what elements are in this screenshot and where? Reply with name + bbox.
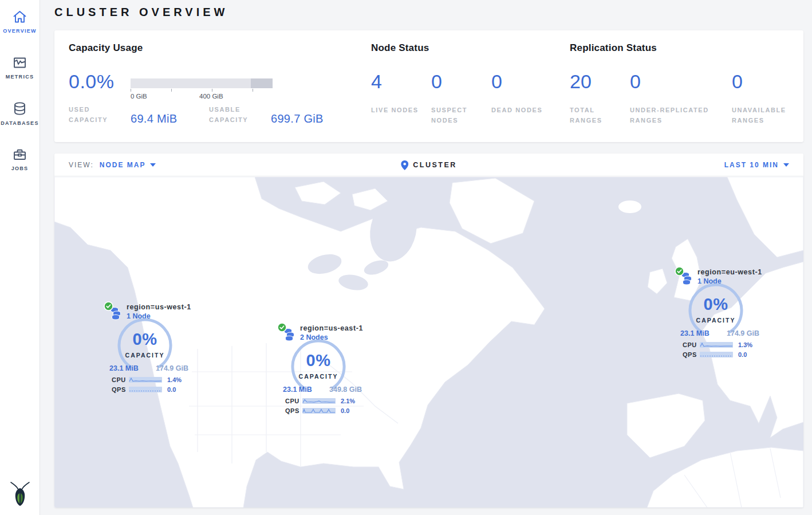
qps-sparkline <box>302 408 336 414</box>
cpu-value: 2.1% <box>341 398 355 404</box>
usable-capacity-value: 699.7 GiB <box>271 112 324 125</box>
qps-stat-row: QPS 0.0 <box>683 351 747 358</box>
sidebar-item-label: DATABASES <box>0 120 40 126</box>
sidebar: OVERVIEW METRICS DATABASES JOBS <box>0 0 40 515</box>
unavailable-ranges-label: UNAVAILABLE RANGES <box>732 105 795 125</box>
used-capacity-value: 69.4 MiB <box>131 112 209 125</box>
region-label: region=eu-west-1 <box>697 268 762 276</box>
node-status-section: Node Status 4 LIVE NODES 0 SUSPECT NODES… <box>371 30 560 142</box>
qps-label: QPS <box>683 351 700 358</box>
under-replicated-ranges-label: UNDER-REPLICATED RANGES <box>630 105 716 125</box>
region-marker-us-west-1[interactable]: region=us-west-1 1 Node 0% CAPACITY 23.1… <box>104 301 202 399</box>
cpu-value: 1.3% <box>738 341 752 348</box>
home-icon <box>12 10 27 24</box>
replication-status-section: Replication Status 20 TOTAL RANGES 0 UND… <box>570 30 799 142</box>
qps-sparkline <box>700 352 733 357</box>
total-ranges-value: 20 <box>570 70 630 93</box>
capacity-percent: 0.0% <box>69 70 115 93</box>
suspect-nodes-stat: 0 SUSPECT NODES <box>431 70 491 125</box>
capacity-gauge: 0% CAPACITY <box>684 283 747 336</box>
cpu-value: 1.4% <box>167 376 182 383</box>
live-nodes-label: LIVE NODES <box>371 105 425 116</box>
world-map: region=us-west-1 1 Node 0% CAPACITY 23.1… <box>54 177 803 508</box>
suspect-nodes-value: 0 <box>431 70 491 93</box>
capacity-usage-title: Capacity Usage <box>69 42 355 54</box>
sidebar-item-label: OVERVIEW <box>0 28 40 34</box>
capacity-total-value: 174.9 GiB <box>727 329 759 337</box>
sidebar-item-metrics[interactable]: METRICS <box>0 46 40 92</box>
gauge-percent: 0% <box>113 330 176 349</box>
caret-down-icon <box>783 163 789 167</box>
capacity-gauge: 0% CAPACITY <box>287 339 350 392</box>
gauge-capacity-label: CAPACITY <box>287 373 350 380</box>
capacity-bar-reserved-segment <box>251 78 273 88</box>
replication-status-title: Replication Status <box>570 42 799 54</box>
suspect-nodes-label: SUSPECT NODES <box>431 105 486 125</box>
qps-stat-row: QPS 0.0 <box>112 386 176 393</box>
under-replicated-ranges-stat: 0 UNDER-REPLICATED RANGES <box>630 70 732 125</box>
capacity-tick-0: 0 GiB <box>131 93 147 100</box>
region-marker-us-east-1[interactable]: region=us-east-1 2 Nodes 0% CAPACITY 23.… <box>277 323 376 420</box>
cluster-summary-card: Capacity Usage 0.0% 0 GiB 400 GiB US <box>54 30 803 142</box>
usable-capacity-label: USABLE CAPACITY <box>209 105 271 125</box>
view-dropdown[interactable]: VIEW: NODE MAP <box>69 154 156 176</box>
qps-value: 0.0 <box>341 407 349 414</box>
sidebar-item-jobs[interactable]: JOBS <box>0 137 40 183</box>
cpu-sparkline <box>700 342 733 348</box>
map-breadcrumb[interactable]: CLUSTER <box>401 154 457 176</box>
node-map-panel: VIEW: NODE MAP CLUSTER LAST 10 MIN <box>54 154 803 508</box>
cockroachdb-logo <box>9 481 31 509</box>
sidebar-item-label: JOBS <box>0 166 40 171</box>
live-nodes-value: 4 <box>371 70 431 93</box>
region-label: region=us-east-1 <box>300 324 363 332</box>
cpu-stat-row: CPU 1.4% <box>112 376 182 383</box>
sidebar-item-label: METRICS <box>0 74 40 80</box>
capacity-used-value: 23.1 MiB <box>680 329 709 337</box>
cpu-label: CPU <box>683 341 700 348</box>
pin-icon <box>401 160 408 170</box>
breadcrumb-label: CLUSTER <box>413 161 457 169</box>
caret-down-icon <box>150 163 156 167</box>
live-check-icon <box>104 301 113 311</box>
unavailable-ranges-stat: 0 UNAVAILABLE RANGES <box>732 70 806 125</box>
cpu-label: CPU <box>112 376 129 383</box>
unavailable-ranges-value: 0 <box>732 70 806 93</box>
briefcase-icon <box>12 147 27 162</box>
dead-nodes-value: 0 <box>491 70 551 93</box>
sidebar-item-databases[interactable]: DATABASES <box>0 92 40 137</box>
capacity-usage-section: Capacity Usage 0.0% 0 GiB 400 GiB US <box>69 30 355 142</box>
total-ranges-label: TOTAL RANGES <box>570 105 624 125</box>
sidebar-item-overview[interactable]: OVERVIEW <box>0 0 40 46</box>
cpu-stat-row: CPU 2.1% <box>285 398 355 404</box>
map-toolbar: VIEW: NODE MAP CLUSTER LAST 10 MIN <box>54 154 803 176</box>
qps-value: 0.0 <box>738 351 747 358</box>
qps-stat-row: QPS 0.0 <box>285 407 349 414</box>
main-content: CLUSTER OVERVIEW Capacity Usage 0.0% 0 G… <box>41 0 812 515</box>
gauge-percent: 0% <box>287 351 350 370</box>
under-replicated-ranges-value: 0 <box>630 70 732 93</box>
region-marker-eu-west-1[interactable]: region=eu-west-1 1 Node 0% CAPACITY 23.1… <box>675 266 773 364</box>
region-label: region=us-west-1 <box>127 303 191 311</box>
metrics-icon <box>12 56 27 70</box>
qps-label: QPS <box>112 386 129 393</box>
gauge-percent: 0% <box>684 295 747 314</box>
gauge-capacity-label: CAPACITY <box>113 352 176 359</box>
time-range-value: LAST 10 MIN <box>724 161 779 169</box>
view-label: VIEW: <box>69 161 94 169</box>
capacity-tick-400: 400 GiB <box>199 93 223 100</box>
capacity-bar: 0 GiB 400 GiB <box>131 78 273 101</box>
cpu-label: CPU <box>285 398 302 404</box>
capacity-total-value: 349.8 GiB <box>329 386 362 394</box>
qps-sparkline <box>129 387 162 392</box>
cpu-sparkline <box>129 377 162 383</box>
node-status-title: Node Status <box>371 42 560 54</box>
capacity-used-value: 23.1 MiB <box>109 364 139 372</box>
time-range-dropdown[interactable]: LAST 10 MIN <box>724 154 789 176</box>
dead-nodes-stat: 0 DEAD NODES <box>491 70 551 125</box>
page-title: CLUSTER OVERVIEW <box>54 6 812 19</box>
live-check-icon <box>675 266 684 276</box>
qps-label: QPS <box>285 407 302 414</box>
gauge-capacity-label: CAPACITY <box>684 317 747 324</box>
capacity-used-value: 23.1 MiB <box>283 386 312 394</box>
cpu-stat-row: CPU 1.3% <box>683 341 752 348</box>
